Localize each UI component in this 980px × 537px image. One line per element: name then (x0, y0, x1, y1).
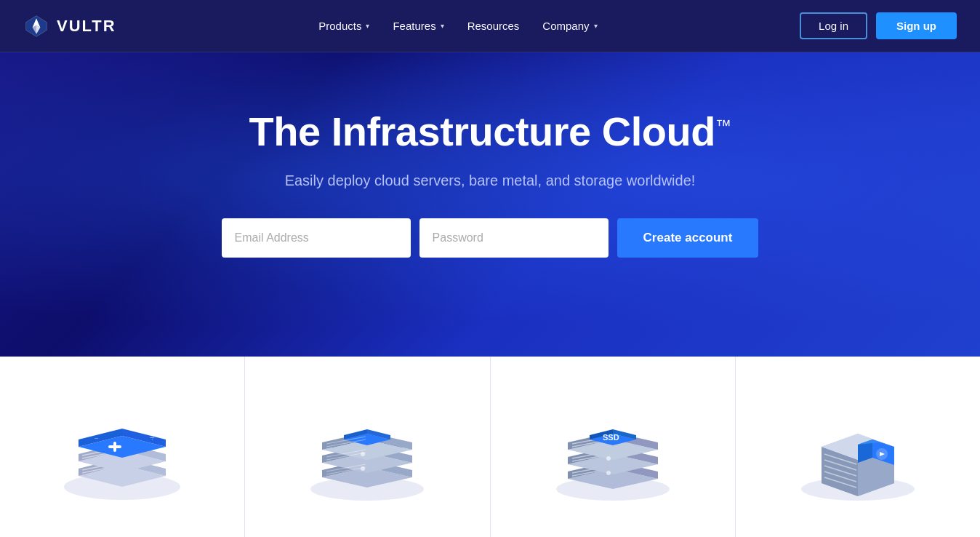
svg-rect-12 (108, 445, 121, 448)
object-storage-illustration (763, 374, 952, 520)
vultr-logo-icon (23, 13, 49, 39)
cloud-compute-illustration: + × ÷ − (28, 374, 217, 520)
product-card-block-storage[interactable]: SSD (491, 357, 736, 537)
nav-resources[interactable]: Resources (467, 20, 520, 32)
svg-text:÷: ÷ (150, 433, 155, 443)
svg-point-34 (606, 456, 611, 461)
login-button[interactable]: Log in (800, 12, 867, 39)
bare-metal-illustration (273, 374, 462, 520)
svg-point-24 (361, 452, 365, 456)
nav-links: Products ▾ Features ▾ Resources Company … (318, 20, 597, 32)
nav-features-label: Features (393, 20, 435, 32)
nav-resources-label: Resources (467, 20, 520, 32)
chevron-down-icon: ▾ (441, 22, 444, 30)
products-section: + × ÷ − (0, 357, 980, 537)
product-card-object-storage[interactable] (736, 357, 980, 537)
svg-text:SSD: SSD (603, 433, 619, 442)
nav-company[interactable]: Company ▾ (542, 20, 597, 32)
block-storage-illustration: SSD (518, 374, 707, 520)
svg-text:−: − (95, 434, 99, 442)
hero-signup-form: Create account (222, 218, 759, 258)
svg-point-25 (361, 466, 365, 471)
brand-name: VULTR (57, 17, 116, 36)
signup-button[interactable]: Sign up (876, 12, 957, 39)
nav-products[interactable]: Products ▾ (318, 20, 369, 32)
product-card-bare-metal[interactable] (245, 357, 490, 537)
password-input[interactable] (419, 218, 609, 258)
hero-content: The Infrastructure Cloud™ Easily deploy … (222, 108, 759, 258)
svg-text:×: × (150, 421, 155, 431)
svg-text:+: + (95, 422, 101, 434)
nav-company-label: Company (542, 20, 589, 32)
create-account-button[interactable]: Create account (617, 218, 759, 258)
hero-title: The Infrastructure Cloud™ (249, 108, 731, 155)
product-card-cloud-compute[interactable]: + × ÷ − (0, 357, 245, 537)
navbar: VULTR Products ▾ Features ▾ Resources Co… (0, 0, 980, 52)
hero-subtitle: Easily deploy cloud servers, bare metal,… (285, 172, 696, 189)
logo[interactable]: VULTR (23, 13, 116, 39)
nav-products-label: Products (318, 20, 361, 32)
nav-features[interactable]: Features ▾ (393, 20, 443, 32)
chevron-down-icon: ▾ (594, 22, 598, 30)
chevron-down-icon: ▾ (366, 22, 369, 30)
hero-section: The Infrastructure Cloud™ Easily deploy … (0, 0, 980, 357)
svg-point-35 (606, 471, 611, 475)
email-input[interactable] (222, 218, 411, 258)
navbar-actions: Log in Sign up (800, 12, 957, 39)
